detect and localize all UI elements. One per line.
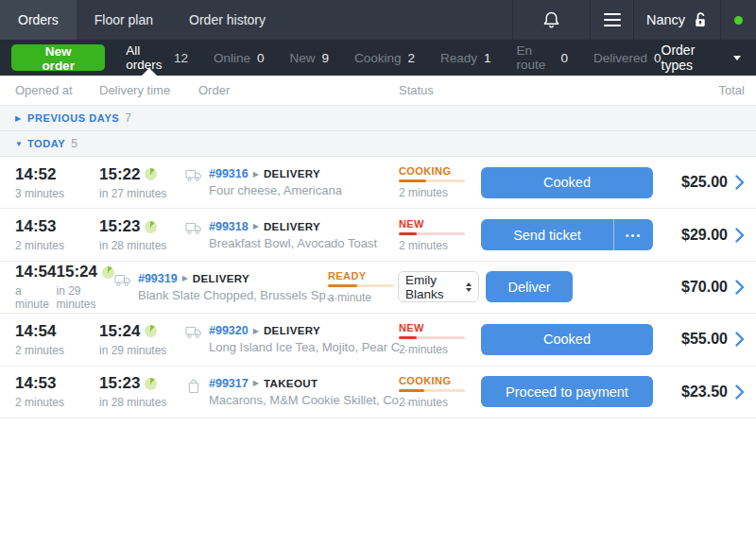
timer-pie-icon: [145, 325, 157, 337]
order-info: #99317 ▶ TAKEOUT Macarons, M&M Cookie Sk…: [209, 377, 411, 407]
status-cell: READY a minute: [328, 270, 394, 304]
delivery-time: 15:23: [99, 374, 140, 393]
status-cell: NEW 2 minutes: [399, 218, 477, 252]
section-previous-days[interactable]: ▶ PREVIOUS DAYS 7: [0, 106, 756, 131]
filter-cooking-label: Cooking: [354, 51, 402, 65]
order-type: DELIVERY: [264, 221, 320, 232]
timer-pie-icon: [102, 266, 114, 279]
order-type: DELIVERY: [264, 168, 320, 179]
bell-icon: [541, 9, 561, 30]
filter-all-orders-count: 12: [174, 51, 188, 65]
filter-en-route[interactable]: En route 0: [517, 43, 568, 72]
total-cell: $25.00: [653, 174, 756, 191]
order-cell: #99316 ▶ DELIVERY Four cheese, Americana: [185, 167, 399, 197]
opened-ago: a minute: [15, 284, 56, 311]
action-cell: Send ticket •••: [477, 219, 653, 250]
new-order-button[interactable]: New order: [11, 44, 105, 71]
delivery-in: in 27 minutes: [99, 187, 185, 200]
table-row[interactable]: 14:54 2 minutes 15:24 in 29 minutes #993…: [0, 314, 756, 366]
main-menu-button[interactable]: [590, 0, 633, 40]
order-filters: All orders 12 Online 0 New 9 Cooking 2 R…: [126, 43, 661, 72]
more-actions-button[interactable]: •••: [613, 219, 653, 250]
delivery-truck-icon: [185, 221, 202, 236]
courier-select[interactable]: Emily Blanks: [398, 271, 479, 302]
total-amount: $29.00: [681, 227, 728, 244]
filter-delivered[interactable]: Delivered 0: [593, 51, 662, 65]
status-label: NEW: [399, 218, 477, 230]
table-row[interactable]: 14:53 2 minutes 15:23 in 28 minutes #993…: [0, 209, 756, 261]
header-opened-at: Opened at: [0, 83, 99, 97]
order-number-link[interactable]: #99316: [209, 167, 249, 180]
tab-order-history-label: Order history: [189, 12, 266, 27]
delivery-time-cell: 15:23 in 28 minutes: [99, 374, 185, 409]
status-progress: [328, 284, 394, 287]
total-amount: $55.00: [681, 331, 728, 348]
status-label: COOKING: [399, 165, 477, 177]
chevron-down-icon: ▼: [15, 140, 27, 148]
total-cell: $29.00: [653, 227, 756, 244]
topbar-right-cluster: Nancy: [512, 0, 756, 40]
row-chevron-icon[interactable]: [735, 280, 745, 295]
courier-select-value: Emily Blanks: [405, 273, 466, 301]
header-status: Status: [399, 83, 477, 97]
status-time: 2 minutes: [399, 186, 477, 199]
order-info: #99320 ▶ DELIVERY Long Island Ice Tea, M…: [209, 324, 412, 354]
order-info: #99318 ▶ DELIVERY Breakfast Bowl, Avocad…: [209, 220, 377, 250]
cooked-button[interactable]: Cooked: [481, 167, 653, 198]
filter-new[interactable]: New 9: [289, 51, 329, 65]
delivery-time-cell: 15:24 in 29 minutes: [99, 322, 185, 357]
delivery-truck-icon: [185, 325, 202, 340]
deliver-button[interactable]: Deliver: [486, 271, 573, 302]
table-row[interactable]: 14:54 a minute 15:24 in 29 minutes #9931…: [0, 262, 756, 314]
table-row[interactable]: 14:52 3 minutes 15:22 in 27 minutes #993…: [0, 157, 756, 209]
timer-pie-icon: [145, 221, 157, 233]
status-progress: [399, 179, 465, 182]
notifications-button[interactable]: [512, 0, 590, 40]
hamburger-icon: [604, 13, 621, 27]
tab-orders[interactable]: Orders: [0, 0, 77, 40]
row-chevron-icon[interactable]: [735, 384, 745, 400]
order-types-dropdown[interactable]: Order types: [662, 43, 741, 73]
action-cell: Emily Blanks Deliver: [394, 271, 681, 302]
opened-time: 14:54: [15, 322, 99, 341]
filter-all-orders[interactable]: All orders 12: [126, 43, 188, 72]
send-ticket-button[interactable]: Send ticket: [481, 219, 613, 250]
chevron-right-icon: ▶: [15, 114, 27, 123]
status-progress-fill: [399, 336, 417, 339]
opened-at-cell: 14:53 2 minutes: [0, 217, 99, 252]
status-cell: COOKING 2 minutes: [399, 165, 477, 199]
user-button[interactable]: Nancy: [633, 0, 720, 40]
order-info: #99319 ▶ DELIVERY Blank Slate Chopped, B…: [138, 272, 338, 302]
order-type: DELIVERY: [264, 325, 320, 336]
filter-ready[interactable]: Ready 1: [440, 51, 491, 65]
tab-floor-plan[interactable]: Floor plan: [77, 0, 171, 40]
row-chevron-icon[interactable]: [735, 332, 745, 347]
filter-cooking-count: 2: [408, 51, 416, 65]
status-progress: [399, 232, 465, 235]
active-filter-pointer: [142, 68, 157, 76]
cooked-button[interactable]: Cooked: [481, 324, 653, 355]
status-progress-fill: [399, 389, 424, 392]
row-chevron-icon[interactable]: [735, 228, 745, 243]
filter-cooking[interactable]: Cooking 2: [354, 51, 415, 65]
order-number-link[interactable]: #99319: [138, 272, 178, 285]
delivery-truck-icon: [114, 273, 131, 288]
user-name: Nancy: [646, 12, 685, 27]
tab-order-history[interactable]: Order history: [171, 0, 284, 40]
section-today[interactable]: ▼ TODAY 5: [0, 131, 756, 157]
order-number-link[interactable]: #99318: [209, 220, 249, 233]
chevron-right-icon: ▶: [253, 222, 259, 230]
order-number-link[interactable]: #99320: [209, 324, 249, 337]
total-cell: $55.00: [653, 331, 756, 348]
row-chevron-icon[interactable]: [735, 175, 745, 190]
filter-ready-label: Ready: [440, 51, 477, 65]
chevron-down-icon: [733, 56, 741, 60]
status-time: 2 minutes: [399, 396, 477, 409]
total-amount: $23.50: [681, 384, 728, 401]
table-row[interactable]: 14:53 2 minutes 15:23 in 28 minutes #993…: [0, 367, 756, 418]
filter-online[interactable]: Online 0: [214, 51, 265, 65]
proceed-to-payment-button[interactable]: Proceed to payment: [481, 376, 653, 407]
order-number-link[interactable]: #99317: [209, 377, 249, 390]
order-items: Macarons, M&M Cookie Skillet, Co…: [209, 393, 411, 407]
status-label: READY: [328, 270, 394, 282]
